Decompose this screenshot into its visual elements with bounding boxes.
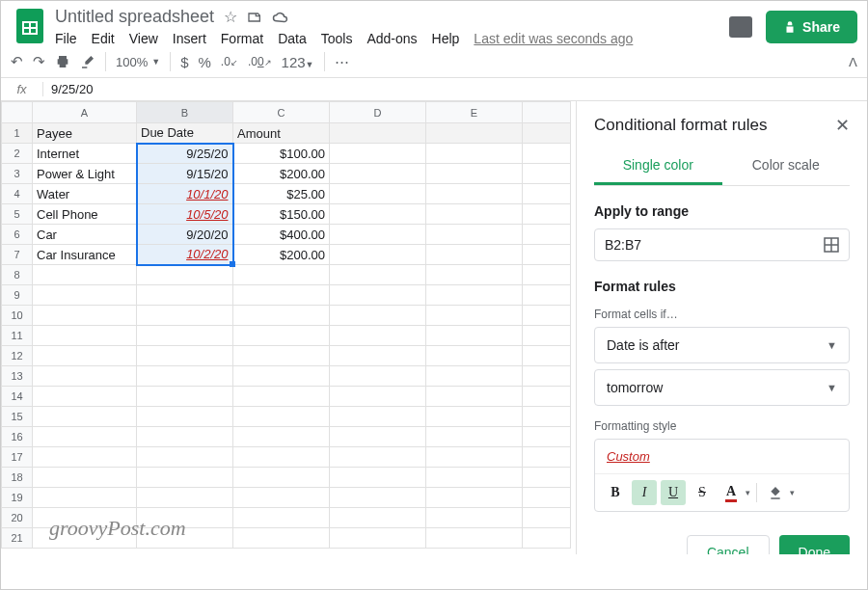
- cell[interactable]: [233, 468, 330, 488]
- cloud-icon[interactable]: [272, 11, 289, 24]
- text-color-button[interactable]: A: [719, 480, 744, 505]
- cell[interactable]: [426, 387, 523, 407]
- menu-file[interactable]: File: [55, 31, 77, 46]
- range-input[interactable]: B2:B7: [594, 228, 850, 261]
- cell[interactable]: [33, 427, 137, 447]
- cell[interactable]: [137, 306, 233, 326]
- cell[interactable]: Car Insurance: [33, 245, 137, 265]
- cell[interactable]: [426, 488, 523, 508]
- menu-edit[interactable]: Edit: [92, 31, 115, 46]
- move-icon[interactable]: [247, 10, 262, 25]
- cell[interactable]: [33, 326, 137, 346]
- inc-decimal-button[interactable]: .00↗: [248, 55, 272, 68]
- cell[interactable]: [426, 285, 523, 306]
- cell[interactable]: 9/15/20: [137, 164, 233, 184]
- share-button[interactable]: Share: [766, 11, 857, 43]
- menu-insert[interactable]: Insert: [173, 31, 206, 46]
- cell[interactable]: [523, 326, 571, 346]
- cell[interactable]: [330, 123, 426, 144]
- style-sample[interactable]: Custom: [595, 440, 849, 474]
- cell[interactable]: [523, 184, 571, 204]
- cell[interactable]: [523, 407, 571, 427]
- row-header[interactable]: 21: [2, 528, 33, 549]
- condition-select[interactable]: Date is after▼: [594, 327, 850, 363]
- row-header[interactable]: 16: [2, 427, 33, 447]
- cell[interactable]: [523, 427, 571, 447]
- cell[interactable]: $200.00: [233, 164, 330, 184]
- cell[interactable]: Payee: [33, 123, 137, 144]
- sheets-logo[interactable]: [11, 7, 49, 45]
- cell[interactable]: [426, 346, 523, 366]
- cell[interactable]: [33, 306, 137, 326]
- menu-view[interactable]: View: [129, 31, 158, 46]
- col-header-E[interactable]: E: [426, 102, 523, 123]
- col-header-[interactable]: [523, 102, 571, 123]
- cell[interactable]: [330, 387, 426, 407]
- paint-format-icon[interactable]: [80, 54, 95, 69]
- row-header[interactable]: 6: [2, 225, 33, 245]
- print-icon[interactable]: [55, 54, 70, 69]
- cell[interactable]: [233, 306, 330, 326]
- cell[interactable]: [137, 265, 233, 285]
- cell[interactable]: [426, 123, 523, 144]
- cell[interactable]: [330, 184, 426, 204]
- cell[interactable]: [330, 427, 426, 447]
- cell[interactable]: 10/2/20: [137, 245, 233, 265]
- menu-tools[interactable]: Tools: [321, 31, 353, 46]
- cell[interactable]: [233, 265, 330, 285]
- cell[interactable]: [523, 144, 571, 164]
- cell[interactable]: [233, 326, 330, 346]
- cell[interactable]: [33, 447, 137, 468]
- cell[interactable]: [137, 387, 233, 407]
- star-icon[interactable]: ☆: [224, 8, 237, 26]
- cell[interactable]: Amount: [233, 123, 330, 144]
- cell[interactable]: [426, 164, 523, 184]
- row-header[interactable]: 14: [2, 387, 33, 407]
- cell[interactable]: [33, 488, 137, 508]
- numformat-button[interactable]: 123▼: [282, 54, 314, 70]
- underline-button[interactable]: U: [661, 480, 686, 505]
- cell[interactable]: [523, 488, 571, 508]
- text-color-caret[interactable]: ▾: [746, 488, 750, 497]
- cell[interactable]: [330, 225, 426, 245]
- select-range-icon[interactable]: [824, 237, 839, 253]
- cell[interactable]: [330, 306, 426, 326]
- row-header[interactable]: 9: [2, 285, 33, 306]
- cell[interactable]: [33, 346, 137, 366]
- cell[interactable]: [523, 306, 571, 326]
- cell[interactable]: [233, 366, 330, 387]
- cell[interactable]: [426, 468, 523, 488]
- cell[interactable]: [233, 387, 330, 407]
- fill-color-caret[interactable]: ▾: [790, 488, 795, 497]
- menu-help[interactable]: Help: [432, 31, 460, 46]
- cell[interactable]: [330, 144, 426, 164]
- spreadsheet-grid[interactable]: ABCDE1PayeeDue DateAmount2Internet9/25/2…: [1, 101, 576, 554]
- cell[interactable]: Internet: [33, 144, 137, 164]
- col-header-A[interactable]: A: [33, 102, 137, 123]
- cell[interactable]: [426, 407, 523, 427]
- cell[interactable]: [233, 488, 330, 508]
- cancel-button[interactable]: Cancel: [687, 535, 770, 554]
- cell[interactable]: Due Date: [137, 123, 233, 144]
- cell[interactable]: [426, 184, 523, 204]
- cell[interactable]: [33, 468, 137, 488]
- cell[interactable]: [523, 387, 571, 407]
- cell[interactable]: [426, 306, 523, 326]
- bold-button[interactable]: B: [603, 480, 628, 505]
- cell[interactable]: [33, 407, 137, 427]
- row-header[interactable]: 11: [2, 326, 33, 346]
- row-header[interactable]: 2: [2, 144, 33, 164]
- cell[interactable]: [523, 508, 571, 528]
- col-header-B[interactable]: B: [137, 102, 233, 123]
- row-header[interactable]: 5: [2, 204, 33, 225]
- cell[interactable]: [426, 245, 523, 265]
- cell[interactable]: [523, 123, 571, 144]
- menu-addons[interactable]: Add-ons: [366, 31, 417, 46]
- cell[interactable]: [330, 508, 426, 528]
- cell[interactable]: [330, 326, 426, 346]
- cell[interactable]: [523, 204, 571, 225]
- more-tools-icon[interactable]: ⋯: [335, 53, 349, 70]
- cell[interactable]: 9/20/20: [137, 225, 233, 245]
- cell[interactable]: [137, 407, 233, 427]
- cell[interactable]: [233, 346, 330, 366]
